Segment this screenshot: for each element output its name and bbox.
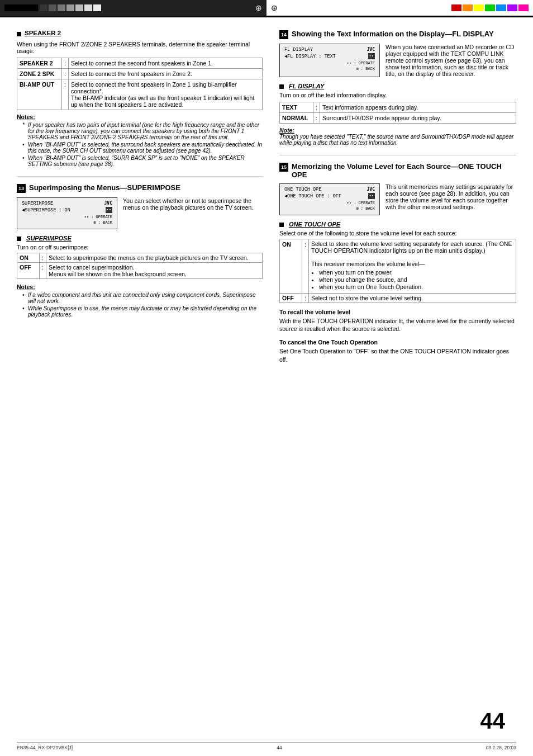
notes-title-2: Notes: bbox=[17, 284, 263, 290]
display-row-2: ◀SUPERIMPOSE : ON ▪▪ bbox=[22, 207, 112, 213]
list-item: When "BI-AMP OUT" is selected, "SURR BAC… bbox=[22, 155, 263, 167]
term-biamp: BI-AMP OUT bbox=[17, 79, 62, 110]
display-icon: ▪▪ bbox=[106, 207, 112, 213]
term-off: OFF bbox=[17, 262, 40, 278]
display-row-1: FL DISPLAY JVC bbox=[284, 47, 375, 53]
desc-zone2spk: Select to connect the front speakers in … bbox=[69, 69, 263, 79]
left-column: SPEAKER 2 When using the FRONT 2/ZONE 2 … bbox=[17, 30, 263, 372]
display-jvc: JVC bbox=[367, 187, 375, 192]
superimpose-display-area: SUPERIMPOSE JVC ◀SUPERIMPOSE : ON ▪▪ ▪▪ … bbox=[17, 197, 263, 229]
display-icon: ▪▪ bbox=[368, 193, 375, 199]
speaker2-section: SPEAKER 2 When using the FRONT 2/ZONE 2 … bbox=[17, 30, 263, 167]
recall-section: To recall the volume level With the ONE … bbox=[279, 309, 516, 333]
one-touch-display-area: ONE TOUCH OPE JVC ◀ONE TOUCH OPE : OFF ▪… bbox=[279, 183, 516, 215]
recall-title: To recall the volume level bbox=[279, 309, 516, 315]
section-number-15: 15 bbox=[279, 163, 288, 172]
list-item: If a video component and this unit are c… bbox=[22, 292, 263, 304]
list-item: If your speaker has two pairs of input t… bbox=[22, 122, 263, 140]
display-row-2: ◀ONE TOUCH OPE : OFF ▪▪ bbox=[284, 193, 375, 199]
display-text-2: ◀SUPERIMPOSE : ON bbox=[22, 207, 70, 213]
header-right: ⊕ bbox=[266, 0, 533, 16]
back-line: ⊞ : BACK bbox=[284, 206, 375, 212]
header-bar: ⊕ ⊕ bbox=[0, 0, 533, 16]
main-content: SPEAKER 2 When using the FRONT 2/ZONE 2 … bbox=[0, 18, 533, 384]
desc-off: Select not to store the volume level set… bbox=[308, 293, 516, 303]
display-text-1: SUPERIMPOSE bbox=[22, 201, 53, 206]
superimpose-title: Superimposing the Menus—SUPERIMPOSE bbox=[29, 183, 180, 192]
term-off: OFF bbox=[280, 293, 302, 303]
notes-list: If your speaker has two pairs of input t… bbox=[17, 122, 263, 167]
operate-line: ▪▪ : OPERATE bbox=[284, 201, 375, 206]
one-touch-display: ONE TOUCH OPE JVC ◀ONE TOUCH OPE : OFF ▪… bbox=[279, 183, 380, 215]
desc-text: Text information appears during play. bbox=[320, 102, 516, 113]
top-border bbox=[0, 16, 533, 17]
one-touch-title: Memorizing the Volume Level for Each Sou… bbox=[292, 162, 516, 179]
footer-right: 03.2.28, 20:03 bbox=[486, 745, 516, 750]
right-column: 14 Showing the Text Information on the D… bbox=[279, 30, 516, 372]
desc-biamp: Select to connect the front speakers in … bbox=[69, 79, 263, 110]
table-row: ZONE 2 SPK : Select to connect the front… bbox=[17, 69, 263, 79]
fl-display-title: Showing the Text Information on the Disp… bbox=[292, 30, 494, 38]
divider bbox=[17, 176, 263, 177]
one-touch-on-off-table: ON : Select to store the volume level se… bbox=[279, 239, 516, 303]
one-touch-desc: This unit memorizes many settings separa… bbox=[386, 183, 516, 215]
list-item: When "BI-AMP OUT" is selected, the surro… bbox=[22, 141, 263, 154]
divider-right bbox=[279, 155, 516, 155]
superimpose-display: SUPERIMPOSE JVC ◀SUPERIMPOSE : ON ▪▪ ▪▪ … bbox=[17, 197, 117, 229]
sub-border bbox=[0, 17, 533, 18]
table-row: TEXT : Text information appears during p… bbox=[280, 102, 516, 113]
bullet-icon bbox=[17, 237, 21, 241]
one-touch-section: 15 Memorizing the Volume Level for Each … bbox=[279, 162, 516, 363]
bullet-icon bbox=[17, 32, 21, 36]
one-touch-sub-intro: Select one of the following to store the… bbox=[279, 230, 516, 237]
display-text-1: ONE TOUCH OPE bbox=[284, 187, 321, 192]
display-jvc: JVC bbox=[367, 47, 375, 53]
note-title: Note: bbox=[279, 127, 516, 134]
table-row: SPEAKER 2 : Select to connect the second… bbox=[17, 58, 263, 69]
cancel-section: To cancel the One Touch Operation Set On… bbox=[279, 339, 516, 363]
term-text: TEXT bbox=[280, 102, 313, 113]
operate-back: ▪▪ : OPERATE ⊞ : BACK bbox=[284, 201, 375, 212]
bullet-icon bbox=[279, 223, 284, 227]
superimpose-sub-title: SUPERIMPOSE bbox=[26, 235, 72, 242]
one-touch-sub-heading: ONE TOUCH OPE bbox=[279, 221, 516, 228]
fl-display-section: 14 Showing the Text Information on the D… bbox=[279, 30, 516, 146]
display-row-1: SUPERIMPOSE JVC bbox=[22, 201, 112, 206]
display-text-1: FL DISPLAY bbox=[284, 47, 313, 53]
term-speaker2: SPEAKER 2 bbox=[17, 58, 62, 69]
superimpose-notes: Notes: If a video component and this uni… bbox=[17, 284, 263, 318]
display-row-1: ONE TOUCH OPE JVC bbox=[284, 187, 375, 192]
list-item: when you turn on the power, bbox=[319, 269, 513, 276]
cancel-title: To cancel the One Touch Operation bbox=[279, 339, 516, 346]
table-row-on: ON : Select to store the volume level se… bbox=[280, 239, 516, 293]
fl-sub-heading: FL DISPLAY bbox=[279, 83, 516, 89]
list-item: While Superimpose is in use, the menus m… bbox=[22, 305, 263, 318]
footer: EN35-44_RX-DP20VBK[J] 44 03.2.28, 20:03 bbox=[17, 742, 516, 750]
footer-left: EN35-44_RX-DP20VBK[J] bbox=[17, 745, 73, 750]
operate-back: ▪▪ : OPERATE ⊞ : BACK bbox=[22, 215, 112, 226]
superimpose-sub-heading: SUPERIMPOSE bbox=[17, 235, 263, 242]
memorize-list: when you turn on the power, when you cha… bbox=[311, 269, 513, 290]
superimpose-on-off-table: ON : Select to superimpose the menus on … bbox=[17, 253, 263, 279]
cancel-text: Set One Touch Operation to "OFF" so that… bbox=[279, 347, 516, 363]
desc-on: Select to store the volume level setting… bbox=[308, 239, 516, 293]
list-item: when you turn on One Touch Operation. bbox=[319, 284, 513, 290]
list-item: when you change the source, and bbox=[319, 276, 513, 283]
footer-center: 44 bbox=[277, 745, 282, 750]
superimpose-header: 13 Superimposing the Menus—SUPERIMPOSE bbox=[17, 183, 263, 193]
header-left: ⊕ bbox=[0, 0, 266, 16]
term-on: ON bbox=[17, 253, 40, 262]
note-text: Though you have selected "TEXT," the sou… bbox=[279, 134, 516, 146]
one-touch-header: 15 Memorizing the Volume Level for Each … bbox=[279, 162, 516, 179]
speaker2-intro: When using the FRONT 2/ZONE 2 SPEAKERS t… bbox=[17, 41, 263, 54]
term-on: ON bbox=[280, 239, 302, 293]
notes-title: Notes: bbox=[17, 114, 263, 120]
table-row-off: OFF : Select not to store the volume lev… bbox=[280, 293, 516, 303]
fl-sub-title: FL DISPLAY bbox=[289, 83, 324, 89]
display-row-2: ◀FL DISPLAY : TEXT ▪▪ bbox=[284, 53, 375, 59]
display-icon: ▪▪ bbox=[368, 53, 375, 59]
recall-text: With the ONE TOUCH OPERATION indicator l… bbox=[279, 317, 516, 333]
table-row: OFF : Select to cancel superimposition.M… bbox=[17, 262, 263, 278]
desc-speaker2: Select to connect the second front speak… bbox=[69, 58, 263, 69]
one-touch-sub-title: ONE TOUCH OPE bbox=[289, 221, 340, 228]
